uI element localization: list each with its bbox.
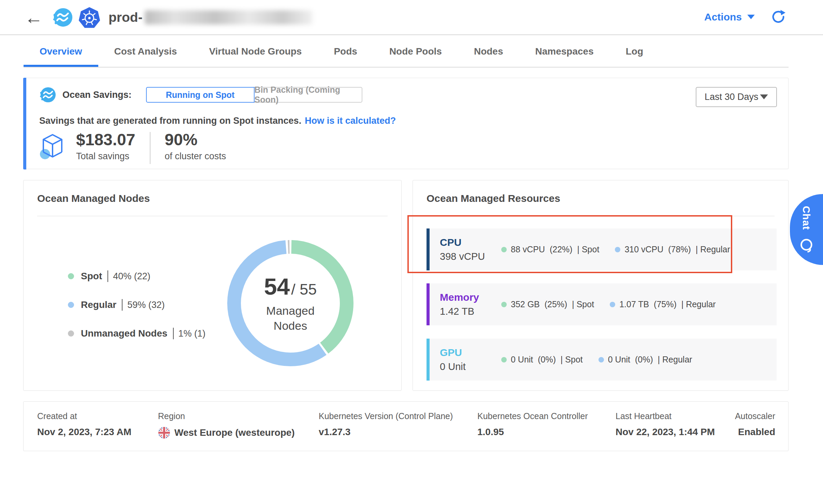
tab-bar: Overview Cost Analysis Virtual Node Grou… xyxy=(24,36,789,68)
managed-nodes-title: Ocean Managed Nodes xyxy=(37,193,150,204)
regular-dot xyxy=(68,302,74,308)
refresh-icon[interactable] xyxy=(770,9,786,25)
chevron-down-icon xyxy=(760,94,768,100)
managed-nodes-card: Ocean Managed Nodes Spot 40% (22) Regula… xyxy=(23,180,402,391)
memory-total: 1.42 TB xyxy=(440,306,501,317)
period-value: Last 30 Days xyxy=(705,92,759,102)
autoscaler-status: Autoscaler Enabled xyxy=(735,411,775,438)
resource-row-memory: Memory 1.42 TB 352 GB (25%) | Spot 1.07 … xyxy=(427,283,777,325)
bin-packing-toggle[interactable]: Bin Packing (Coming Soon) xyxy=(255,87,362,103)
savings-stats: $183.07 Total savings 90% of cluster cos… xyxy=(39,129,226,164)
page-title: prod- xyxy=(109,10,313,25)
regular-dot xyxy=(615,247,620,252)
tab-log[interactable]: Log xyxy=(610,36,659,67)
cpu-accent-bar xyxy=(427,228,430,270)
memory-name: Memory xyxy=(440,292,501,303)
tab-namespaces[interactable]: Namespaces xyxy=(519,36,609,67)
stats-divider xyxy=(150,132,150,164)
period-dropdown[interactable]: Last 30 Days xyxy=(696,87,777,107)
chat-label: Chat xyxy=(801,206,812,230)
gpu-total: 0 Unit xyxy=(440,361,501,372)
card-divider xyxy=(37,216,388,216)
cpu-regular-stat: 310 vCPU (78%) | Regular xyxy=(615,244,730,254)
cost-percent-label: of cluster costs xyxy=(165,151,226,162)
gpu-accent-bar xyxy=(427,339,430,381)
chat-button[interactable]: Chat xyxy=(790,194,823,265)
savings-view-toggle: Running on Spot Bin Packing (Coming Soon… xyxy=(146,87,362,103)
last-heartbeat: Last Heartbeat Nov 22, 2023, 1:44 PM xyxy=(616,411,715,438)
managed-resources-card: Ocean Managed Resources CPU 398 vCPU 88 … xyxy=(413,180,789,391)
memory-regular-stat: 1.07 TB (75%) | Regular xyxy=(610,299,716,309)
ocean-savings-banner: Ocean Savings: Running on Spot Bin Packi… xyxy=(23,78,789,169)
savings-description: Savings that are generated from running … xyxy=(39,116,396,126)
cpu-name: CPU xyxy=(440,237,501,248)
cluster-name-prefix: prod- xyxy=(109,10,143,25)
managed-count: 54 xyxy=(264,273,290,300)
managed-nodes-donut: 54 / 55 Managed Nodes xyxy=(226,238,355,368)
card-divider xyxy=(427,216,775,216)
total-savings-block: $183.07 Total savings xyxy=(76,129,135,164)
back-arrow-icon[interactable]: ← xyxy=(25,8,43,27)
tab-node-pools[interactable]: Node Pools xyxy=(373,36,458,67)
actions-label: Actions xyxy=(704,11,742,23)
savings-cube-icon xyxy=(39,133,66,163)
legend-item-spot: Spot 40% (22) xyxy=(68,270,205,282)
chevron-down-icon xyxy=(747,15,755,19)
created-at: Created at Nov 2, 2023, 7:23 AM xyxy=(37,411,131,438)
donut-center-label: 54 / 55 Managed Nodes xyxy=(226,238,355,368)
cpu-total: 398 vCPU xyxy=(440,251,501,262)
regular-dot xyxy=(598,357,604,362)
total-savings-value: $183.07 xyxy=(76,129,135,150)
tab-overview[interactable]: Overview xyxy=(24,36,98,67)
gpu-spot-stat: 0 Unit (0%) | Spot xyxy=(501,355,583,365)
tab-virtual-node-groups[interactable]: Virtual Node Groups xyxy=(193,36,318,67)
region: Region West Europe (westeurope) xyxy=(158,411,295,439)
kubernetes-version: Kubernetes Version (Control Plane) v1.27… xyxy=(319,411,453,438)
cluster-name-redacted xyxy=(145,10,313,25)
tab-nodes[interactable]: Nodes xyxy=(458,36,519,67)
spot-dot xyxy=(501,247,507,252)
cluster-info-bar: Created at Nov 2, 2023, 7:23 AM Region W… xyxy=(23,401,789,451)
managed-resources-title: Ocean Managed Resources xyxy=(427,193,560,204)
memory-spot-stat: 352 GB (25%) | Spot xyxy=(501,299,594,309)
total-savings-label: Total savings xyxy=(76,151,135,162)
memory-accent-bar xyxy=(427,283,430,325)
ocean-logo-icon xyxy=(52,7,73,28)
status-badge: Enabled xyxy=(735,427,775,438)
cluster-cost-block: 90% of cluster costs xyxy=(165,129,226,164)
cpu-spot-stat: 88 vCPU (22%) | Spot xyxy=(501,244,599,254)
legend-item-unmanaged: Unmanaged Nodes 1% (1) xyxy=(68,328,205,339)
header: ← prod- Actions xyxy=(0,0,823,35)
tab-cost-analysis[interactable]: Cost Analysis xyxy=(98,36,193,67)
tab-pods[interactable]: Pods xyxy=(318,36,373,67)
uk-flag-icon xyxy=(158,427,170,439)
spot-dot xyxy=(501,302,507,307)
resource-row-cpu: CPU 398 vCPU 88 vCPU (22%) | Spot 310 vC… xyxy=(427,228,777,270)
gpu-name: GPU xyxy=(440,347,501,358)
banner-accent-bar xyxy=(23,78,26,169)
cost-percent-value: 90% xyxy=(165,129,226,150)
spot-dot xyxy=(501,357,507,362)
chat-bubble-icon xyxy=(799,237,814,253)
legend-item-regular: Regular 59% (32) xyxy=(68,299,205,311)
total-count: / 55 xyxy=(291,281,317,298)
actions-button[interactable]: Actions xyxy=(704,11,755,23)
regular-dot xyxy=(610,302,615,307)
how-calculated-link[interactable]: How is it calculated? xyxy=(305,116,396,126)
gpu-regular-stat: 0 Unit (0%) | Regular xyxy=(598,355,692,365)
ocean-savings-icon xyxy=(39,86,56,103)
ocean-controller-version: Kubernetes Ocean Controller 1.0.95 xyxy=(477,411,588,438)
unmanaged-dot xyxy=(68,330,74,337)
resource-row-gpu: GPU 0 Unit 0 Unit (0%) | Spot 0 Unit (0%… xyxy=(427,339,777,381)
kubernetes-icon xyxy=(78,6,101,29)
ocean-savings-label: Ocean Savings: xyxy=(62,90,132,100)
spot-dot xyxy=(68,273,74,279)
running-on-spot-toggle[interactable]: Running on Spot xyxy=(146,87,255,103)
nodes-legend: Spot 40% (22) Regular 59% (32) Unmanaged… xyxy=(68,270,205,356)
